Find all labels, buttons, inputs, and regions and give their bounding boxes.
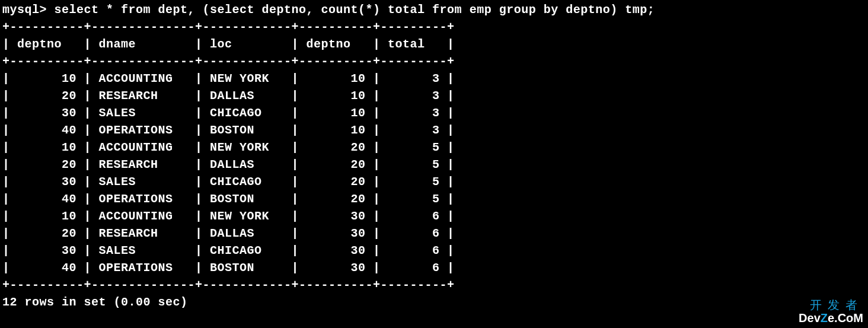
table-border-mid: +----------+--------------+------------+…: [2, 55, 455, 68]
table-border-bottom: +----------+--------------+------------+…: [2, 278, 455, 292]
watermark: 开发者 DevZe.CoM: [799, 298, 863, 324]
result-footer: 12 rows in set (0.00 sec): [2, 295, 188, 309]
terminal-output: mysql> select * from dept, (select deptn…: [2, 1, 866, 311]
table-border-top: +----------+--------------+------------+…: [2, 20, 455, 34]
table-header-row: | deptno | dname | loc | deptno | total …: [2, 37, 455, 51]
watermark-cn: 开发者: [799, 298, 863, 311]
watermark-en: DevZe.CoM: [799, 311, 863, 324]
mysql-prompt: mysql>: [2, 3, 55, 17]
sql-query: select * from dept, (select deptno, coun…: [55, 3, 655, 17]
table-body: | 10 | ACCOUNTING | NEW YORK | 10 | 3 | …: [2, 72, 455, 275]
